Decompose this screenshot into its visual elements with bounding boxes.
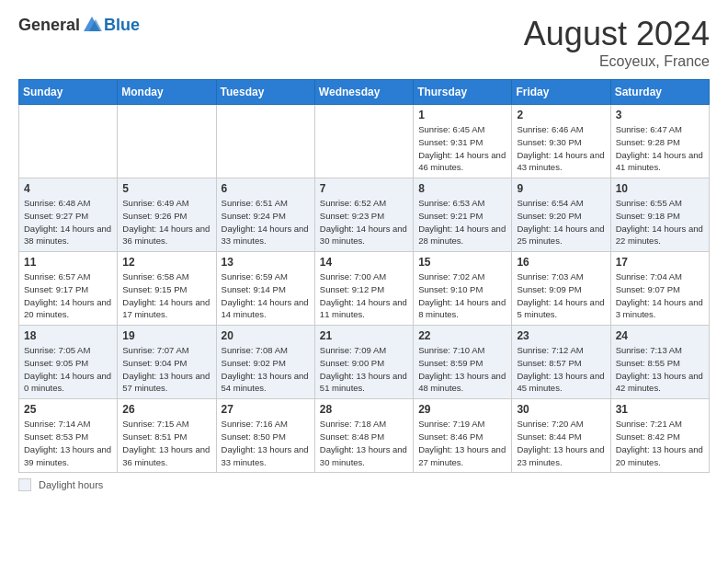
- daylight-box: [18, 478, 31, 491]
- day-number: 20: [222, 329, 310, 342]
- day-info: Sunrise: 7:15 AM Sunset: 8:51 PM Dayligh…: [122, 418, 210, 468]
- day-info: Sunrise: 7:08 AM Sunset: 9:02 PM Dayligh…: [222, 344, 310, 395]
- day-number: 21: [320, 329, 408, 342]
- calendar-cell: 13Sunrise: 6:59 AM Sunset: 9:14 PM Dayli…: [216, 252, 314, 326]
- title-area: August 2024 Ecoyeux, France: [524, 15, 710, 70]
- calendar-week-row: 25Sunrise: 7:14 AM Sunset: 8:53 PM Dayli…: [19, 399, 710, 473]
- day-number: 10: [616, 182, 704, 195]
- day-number: 14: [320, 256, 408, 269]
- day-info: Sunrise: 7:09 AM Sunset: 9:00 PM Dayligh…: [320, 344, 408, 395]
- day-info: Sunrise: 7:19 AM Sunset: 8:46 PM Dayligh…: [418, 418, 506, 468]
- day-info: Sunrise: 7:04 AM Sunset: 9:07 PM Dayligh…: [616, 270, 704, 321]
- day-number: 29: [418, 403, 506, 416]
- day-info: Sunrise: 7:21 AM Sunset: 8:42 PM Dayligh…: [616, 418, 704, 468]
- day-info: Sunrise: 6:46 AM Sunset: 9:30 PM Dayligh…: [517, 123, 605, 174]
- day-number: 18: [24, 329, 112, 342]
- logo-icon: [82, 15, 102, 35]
- day-info: Sunrise: 6:52 AM Sunset: 9:23 PM Dayligh…: [320, 197, 408, 247]
- calendar-cell: 9Sunrise: 6:54 AM Sunset: 9:20 PM Daylig…: [512, 178, 610, 252]
- calendar-cell: 18Sunrise: 7:05 AM Sunset: 9:05 PM Dayli…: [19, 326, 118, 399]
- calendar-cell: 28Sunrise: 7:18 AM Sunset: 8:48 PM Dayli…: [314, 399, 413, 473]
- day-number: 3: [616, 109, 704, 121]
- day-number: 12: [122, 256, 210, 269]
- calendar-cell: 30Sunrise: 7:20 AM Sunset: 8:44 PM Dayli…: [512, 399, 610, 473]
- calendar-week-row: 1Sunrise: 6:45 AM Sunset: 9:31 PM Daylig…: [19, 105, 710, 178]
- page: General Blue August 2024 Ecoyeux, France…: [0, 0, 728, 563]
- day-info: Sunrise: 7:10 AM Sunset: 8:59 PM Dayligh…: [418, 344, 506, 395]
- day-info: Sunrise: 7:02 AM Sunset: 9:10 PM Dayligh…: [418, 270, 506, 321]
- day-info: Sunrise: 7:00 AM Sunset: 9:12 PM Dayligh…: [320, 270, 408, 321]
- calendar-cell: 31Sunrise: 7:21 AM Sunset: 8:42 PM Dayli…: [610, 399, 709, 473]
- calendar-cell: 25Sunrise: 7:14 AM Sunset: 8:53 PM Dayli…: [19, 399, 118, 473]
- day-info: Sunrise: 6:59 AM Sunset: 9:14 PM Dayligh…: [222, 270, 310, 321]
- day-info: Sunrise: 6:55 AM Sunset: 9:18 PM Dayligh…: [616, 197, 704, 247]
- calendar-cell: [216, 105, 314, 178]
- day-number: 5: [122, 182, 210, 195]
- day-number: 15: [418, 256, 506, 269]
- day-info: Sunrise: 7:14 AM Sunset: 8:53 PM Dayligh…: [24, 418, 112, 468]
- day-info: Sunrise: 6:47 AM Sunset: 9:28 PM Dayligh…: [616, 123, 704, 174]
- calendar-cell: [19, 105, 118, 178]
- calendar-cell: 16Sunrise: 7:03 AM Sunset: 9:09 PM Dayli…: [512, 252, 610, 326]
- day-number: 26: [122, 403, 210, 416]
- day-number: 27: [222, 403, 310, 416]
- day-info: Sunrise: 6:51 AM Sunset: 9:24 PM Dayligh…: [222, 197, 310, 247]
- calendar-cell: 3Sunrise: 6:47 AM Sunset: 9:28 PM Daylig…: [610, 105, 709, 178]
- day-number: 11: [24, 256, 112, 269]
- day-number: 1: [418, 109, 506, 121]
- day-number: 16: [517, 256, 605, 269]
- day-number: 31: [616, 403, 704, 416]
- day-info: Sunrise: 6:57 AM Sunset: 9:17 PM Dayligh…: [24, 270, 112, 321]
- day-number: 4: [24, 182, 112, 195]
- calendar-cell: 19Sunrise: 7:07 AM Sunset: 9:04 PM Dayli…: [118, 326, 216, 399]
- calendar-cell: 20Sunrise: 7:08 AM Sunset: 9:02 PM Dayli…: [216, 326, 314, 399]
- logo-area: General Blue: [18, 15, 140, 35]
- day-number: 7: [320, 182, 408, 195]
- day-info: Sunrise: 6:49 AM Sunset: 9:26 PM Dayligh…: [122, 197, 210, 247]
- calendar-cell: 27Sunrise: 7:16 AM Sunset: 8:50 PM Dayli…: [216, 399, 314, 473]
- day-info: Sunrise: 7:12 AM Sunset: 8:57 PM Dayligh…: [517, 344, 605, 395]
- day-info: Sunrise: 7:16 AM Sunset: 8:50 PM Dayligh…: [222, 418, 310, 468]
- calendar-cell: 12Sunrise: 6:58 AM Sunset: 9:15 PM Dayli…: [118, 252, 216, 326]
- calendar-cell: 21Sunrise: 7:09 AM Sunset: 9:00 PM Dayli…: [314, 326, 413, 399]
- calendar-week-row: 18Sunrise: 7:05 AM Sunset: 9:05 PM Dayli…: [19, 326, 710, 399]
- calendar-header-saturday: Saturday: [610, 80, 709, 105]
- calendar-cell: 15Sunrise: 7:02 AM Sunset: 9:10 PM Dayli…: [414, 252, 512, 326]
- day-number: 2: [517, 109, 605, 121]
- calendar-cell: 22Sunrise: 7:10 AM Sunset: 8:59 PM Dayli…: [414, 326, 512, 399]
- calendar-header-monday: Monday: [118, 80, 216, 105]
- calendar-cell: 23Sunrise: 7:12 AM Sunset: 8:57 PM Dayli…: [512, 326, 610, 399]
- calendar-cell: 1Sunrise: 6:45 AM Sunset: 9:31 PM Daylig…: [414, 105, 512, 178]
- day-info: Sunrise: 6:45 AM Sunset: 9:31 PM Dayligh…: [418, 123, 506, 174]
- day-number: 23: [517, 329, 605, 342]
- logo: General Blue: [18, 15, 140, 35]
- calendar-cell: 17Sunrise: 7:04 AM Sunset: 9:07 PM Dayli…: [610, 252, 709, 326]
- logo-general: General: [18, 16, 80, 35]
- calendar-header-tuesday: Tuesday: [216, 80, 314, 105]
- footer: Daylight hours: [18, 478, 710, 491]
- calendar-cell: 26Sunrise: 7:15 AM Sunset: 8:51 PM Dayli…: [118, 399, 216, 473]
- day-info: Sunrise: 7:05 AM Sunset: 9:05 PM Dayligh…: [24, 344, 112, 395]
- calendar-cell: 4Sunrise: 6:48 AM Sunset: 9:27 PM Daylig…: [19, 178, 118, 252]
- calendar-header-thursday: Thursday: [414, 80, 512, 105]
- calendar-cell: [314, 105, 413, 178]
- calendar-cell: 7Sunrise: 6:52 AM Sunset: 9:23 PM Daylig…: [314, 178, 413, 252]
- calendar-header-wednesday: Wednesday: [314, 80, 413, 105]
- calendar-cell: 29Sunrise: 7:19 AM Sunset: 8:46 PM Dayli…: [414, 399, 512, 473]
- day-number: 24: [616, 329, 704, 342]
- calendar-table: SundayMondayTuesdayWednesdayThursdayFrid…: [18, 79, 710, 473]
- day-number: 9: [517, 182, 605, 195]
- calendar-cell: 24Sunrise: 7:13 AM Sunset: 8:55 PM Dayli…: [610, 326, 709, 399]
- location: Ecoyeux, France: [524, 53, 710, 70]
- calendar-header-friday: Friday: [512, 80, 610, 105]
- day-number: 8: [418, 182, 506, 195]
- day-info: Sunrise: 6:48 AM Sunset: 9:27 PM Dayligh…: [24, 197, 112, 247]
- calendar-cell: 14Sunrise: 7:00 AM Sunset: 9:12 PM Dayli…: [314, 252, 413, 326]
- day-info: Sunrise: 6:58 AM Sunset: 9:15 PM Dayligh…: [122, 270, 210, 321]
- calendar-cell: 11Sunrise: 6:57 AM Sunset: 9:17 PM Dayli…: [19, 252, 118, 326]
- day-number: 19: [122, 329, 210, 342]
- day-info: Sunrise: 7:03 AM Sunset: 9:09 PM Dayligh…: [517, 270, 605, 321]
- day-number: 30: [517, 403, 605, 416]
- calendar-week-row: 11Sunrise: 6:57 AM Sunset: 9:17 PM Dayli…: [19, 252, 710, 326]
- day-number: 28: [320, 403, 408, 416]
